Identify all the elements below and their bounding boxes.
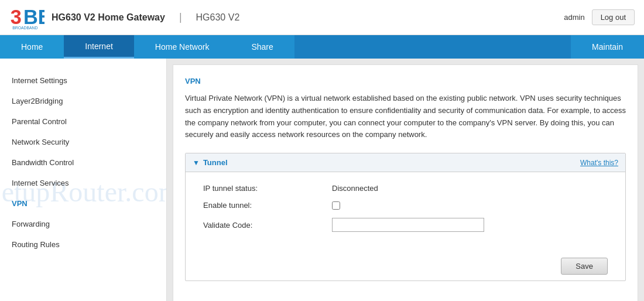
main-content: VPN Virtual Private Network (VPN) is a v… [173, 64, 638, 301]
form-row-validate-code: Validate Code: [203, 218, 608, 232]
vpn-description: Virtual Private Network (VPN) is a virtu… [185, 93, 626, 141]
logo-icon: 3 BB BROADBAND [9, 5, 44, 30]
sidebar-item-routing-rules[interactable]: Routing Rules [0, 234, 166, 255]
nav-item-maintain[interactable]: Maintain [571, 35, 644, 59]
validate-code-label: Validate Code: [203, 221, 332, 230]
sidebar-item-forwarding[interactable]: Forwarding [0, 214, 166, 234]
tunnel-collapse-arrow[interactable]: ▼ [193, 159, 200, 167]
nav-bar: Home Internet Home Network Share Maintai… [0, 35, 644, 59]
sidebar-item-parental-control[interactable]: Parental Control [0, 111, 166, 132]
tunnel-title: Tunnel [203, 158, 228, 167]
ip-tunnel-status-value: Disconnected [332, 184, 378, 193]
whats-this-link[interactable]: What's this? [580, 159, 618, 167]
header-right: admin Log out [564, 9, 635, 25]
form-row-enable-tunnel: Enable tunnel: [203, 201, 608, 210]
save-row: Save [186, 252, 625, 281]
sidebar-item-bandwidth-control[interactable]: Bandwidth Control [0, 152, 166, 173]
nav-item-home-network[interactable]: Home Network [134, 35, 231, 59]
header: 3 BB BROADBAND HG630 V2 Home Gateway | H… [0, 0, 644, 35]
sidebar-item-internet-settings[interactable]: Internet Settings [0, 70, 166, 91]
header-subtitle: HG630 V2 [196, 12, 240, 23]
sidebar-item-network-security[interactable]: Network Security [0, 132, 166, 152]
sidebar-item-internet-services[interactable]: Internet Services [0, 173, 166, 193]
nav-item-internet[interactable]: Internet [64, 35, 133, 59]
nav-item-home[interactable]: Home [0, 35, 64, 59]
tunnel-header: ▼ Tunnel What's this? [186, 153, 625, 172]
enable-tunnel-label: Enable tunnel: [203, 201, 332, 210]
header-title: HG630 V2 Home Gateway [52, 12, 165, 23]
sidebar-item-layer2bridging[interactable]: Layer2Bridging [0, 91, 166, 111]
logout-button[interactable]: Log out [592, 9, 635, 25]
sidebar-item-vpn[interactable]: VPN [0, 193, 166, 214]
form-row-ip-tunnel-status: IP tunnel status: Disconnected [203, 184, 608, 193]
validate-code-input[interactable] [332, 218, 484, 232]
vpn-label: VPN [185, 77, 626, 85]
sidebar: SetupRouter.com Internet Settings Layer2… [0, 59, 167, 301]
tunnel-body: IP tunnel status: Disconnected Enable tu… [186, 172, 625, 252]
admin-label: admin [564, 13, 584, 22]
svg-text:BB: BB [23, 6, 44, 28]
save-button[interactable]: Save [561, 258, 608, 275]
tunnel-section: ▼ Tunnel What's this? IP tunnel status: … [185, 153, 626, 281]
ip-tunnel-status-label: IP tunnel status: [203, 184, 332, 193]
nav-item-share[interactable]: Share [230, 35, 294, 59]
enable-tunnel-checkbox[interactable] [332, 201, 340, 210]
header-divider: | [179, 11, 182, 23]
logo-area: 3 BB BROADBAND HG630 V2 Home Gateway | H… [9, 5, 239, 30]
content-wrapper: SetupRouter.com Internet Settings Layer2… [0, 59, 644, 301]
svg-text:BROADBAND: BROADBAND [12, 25, 37, 29]
svg-text:3: 3 [11, 6, 22, 28]
